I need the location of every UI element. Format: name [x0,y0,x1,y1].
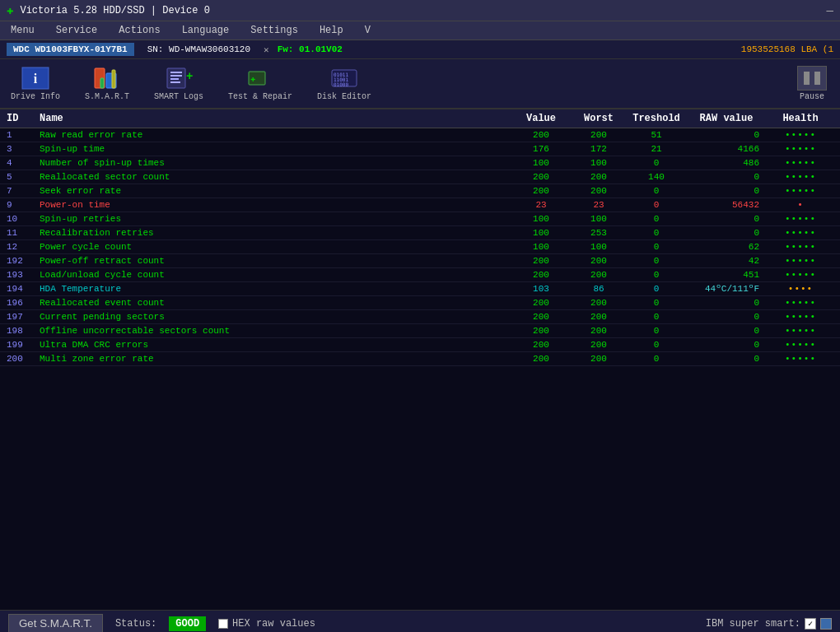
ibm-check-icon[interactable]: ✓ [805,618,816,630]
cell-health: ••••• [768,340,833,350]
cell-health: ••••• [768,242,833,252]
title-bar: ✚ Victoria 5.28 HDD/SSD | Device 0 — [0,0,840,21]
menu-menu[interactable]: Menu [8,24,37,37]
table-row[interactable]: 11Recalibration retries10025300••••• [0,226,840,240]
smart-table: ID Name Value Worst Treshold RAW value H… [0,109,840,610]
cell-threshold: 0 [628,186,685,196]
menu-v[interactable]: V [362,24,373,37]
disk-editor-label: Disk Editor [317,92,371,101]
col-raw: RAW value [685,113,768,124]
cell-id: 4 [7,158,40,168]
cell-name: Seek error rate [40,186,512,196]
table-row[interactable]: 199Ultra DMA CRC errors20020000••••• [0,338,840,352]
toolbar: i Drive Info S.M.A.R.T + SM [0,59,840,109]
status-bar: Get S.M.A.R.T. Status: GOOD HEX raw valu… [0,610,840,632]
cell-id: 192 [7,256,40,266]
cell-value: 23 [512,200,570,210]
table-row[interactable]: 193Load/unload cycle count2002000451••••… [0,268,840,282]
get-smart-button[interactable]: Get S.M.A.R.T. [8,614,103,632]
cell-id: 7 [7,186,40,196]
cell-health: ••••• [768,326,833,336]
cell-id: 11 [7,228,40,238]
cell-id: 3 [7,144,40,154]
table-row[interactable]: 10Spin-up retries10010000••••• [0,212,840,226]
svg-text:01000: 01000 [334,81,348,87]
cell-health: ••••• [768,144,833,154]
firmware-label: Fw: 01.01V02 [278,44,343,54]
table-row[interactable]: 200Multi zone error rate20020000••••• [0,352,840,366]
cell-id: 200 [7,354,40,364]
hex-raw-checkbox[interactable]: HEX raw values [218,618,315,630]
svg-rect-8 [170,75,182,77]
cell-name: Power cycle count [40,242,512,252]
cell-name: Load/unload cycle count [40,270,512,280]
pause-button[interactable]: Pause [791,63,833,104]
hex-checkbox-box[interactable] [218,619,228,629]
cell-id: 12 [7,242,40,252]
table-row[interactable]: 197Current pending sectors20020000••••• [0,310,840,324]
table-row[interactable]: 198Offline uncorrectable sectors count20… [0,324,840,338]
table-row[interactable]: 12Power cycle count100100062••••• [0,240,840,254]
cell-value: 100 [512,214,570,224]
table-row[interactable]: 5Reallocated sector count2002001400••••• [0,170,840,184]
cell-threshold: 0 [628,158,685,168]
cell-threshold: 0 [628,256,685,266]
menu-settings[interactable]: Settings [248,24,301,37]
menu-language[interactable]: Language [180,24,232,37]
svg-text:+: + [186,70,193,83]
cell-worst: 86 [570,284,628,294]
table-row[interactable]: 7Seek error rate20020000••••• [0,184,840,198]
cell-raw: 0 [685,130,768,140]
table-row[interactable]: 1Raw read error rate200200510••••• [0,128,840,142]
cell-value: 200 [512,312,570,322]
cell-value: 200 [512,270,570,280]
menu-actions[interactable]: Actions [116,24,162,37]
cell-value: 200 [512,130,570,140]
status-label: Status: [115,618,156,630]
lba-label: 1953525168 LBA (1 [741,44,833,54]
table-row[interactable]: 9Power-on time2323056432• [0,198,840,212]
table-row[interactable]: 194HDA Temperature10386044ºC/111ºF•••• [0,282,840,296]
cell-raw: 0 [685,312,768,322]
menu-help[interactable]: Help [317,24,346,37]
cell-threshold: 0 [628,270,685,280]
cell-id: 9 [7,200,40,210]
info-icon: i [21,66,50,91]
smart-logs-button[interactable]: + SMART Logs [150,63,208,104]
smart-logs-label: SMART Logs [154,92,203,101]
cell-worst: 100 [570,158,628,168]
cell-health: ••••• [768,298,833,308]
table-row[interactable]: 192Power-off retract count200200042••••• [0,254,840,268]
table-row[interactable]: 3Spin-up time176172214166••••• [0,142,840,156]
cell-id: 197 [7,312,40,322]
cell-value: 176 [512,144,570,154]
cell-name: Spin-up time [40,144,512,154]
col-health: Health [768,113,833,124]
ibm-label: IBM super smart: [706,618,800,630]
cell-threshold: 0 [628,298,685,308]
cell-value: 200 [512,256,570,266]
pause-label: Pause [800,92,824,101]
test-repair-label: Test & Repair [228,92,292,101]
table-header: ID Name Value Worst Treshold RAW value H… [0,109,840,128]
cell-name: Ultra DMA CRC errors [40,340,512,350]
drive-info-button[interactable]: i Drive Info [7,63,64,104]
table-row[interactable]: 4Number of spin-up times1001000486••••• [0,156,840,170]
hex-label: HEX raw values [232,618,315,630]
sn-close-icon[interactable]: ✕ [264,44,269,55]
minimize-button[interactable]: — [827,4,833,17]
col-value: Value [512,113,570,124]
device-name[interactable]: WDC WD1003FBYX-01Y7B1 [7,43,134,56]
disk-editor-button[interactable]: 01011 11001 01000 Disk Editor [313,63,376,104]
table-row[interactable]: 196Reallocated event count20020000••••• [0,296,840,310]
cell-name: Raw read error rate [40,130,512,140]
menu-service[interactable]: Service [54,24,100,37]
cell-worst: 200 [570,186,628,196]
test-repair-icon: ✚ [245,66,275,91]
smart-button[interactable]: S.M.A.R.T [81,63,133,104]
test-repair-button[interactable]: ✚ Test & Repair [224,63,296,104]
cell-worst: 200 [570,130,628,140]
ibm-box-icon[interactable] [820,618,832,630]
cell-name: Reallocated sector count [40,172,512,182]
cell-threshold: 0 [628,228,685,238]
